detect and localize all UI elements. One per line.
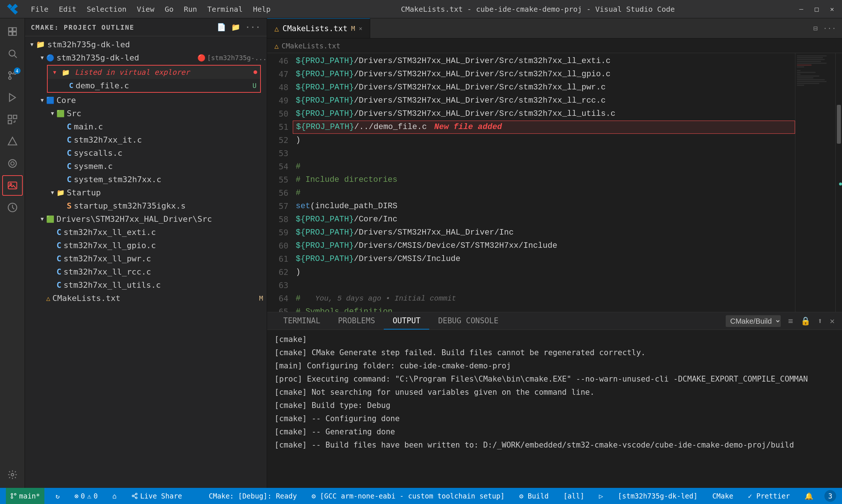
- tree-item-startup-s[interactable]: S startup_stm32h735igkx.s: [25, 199, 267, 212]
- c-icon: C: [57, 241, 61, 250]
- status-remote[interactable]: 3: [824, 490, 836, 502]
- image-activity-icon[interactable]: [2, 175, 23, 196]
- menu-go[interactable]: Go: [160, 3, 178, 15]
- panel-maximize-icon[interactable]: ⬆: [818, 316, 823, 325]
- tree-item-main-c[interactable]: C main.c: [25, 120, 267, 133]
- status-compiler[interactable]: ⚙ [GCC arm-none-eabi - custom toolchain …: [308, 488, 508, 504]
- tab-label: CMakeLists.txt: [283, 24, 347, 33]
- editor-lines[interactable]: ${PROJ_PATH}/Drivers/STM32H7xx_HAL_Drive…: [293, 53, 795, 312]
- tree-item-syscalls[interactable]: C syscalls.c: [25, 146, 267, 159]
- status-home[interactable]: ⌂: [109, 488, 120, 504]
- tree-label: main.c: [74, 122, 267, 131]
- svg-marker-15: [8, 137, 17, 145]
- tree-item-sysmem[interactable]: C sysmem.c: [25, 159, 267, 173]
- code-line-57: set(include_path_DIRS: [293, 200, 795, 213]
- tab-cmakelists[interactable]: △ CMakeLists.txt M ✕: [267, 18, 370, 38]
- git-activity-icon[interactable]: [2, 197, 23, 218]
- arrow-icon: ▼: [38, 216, 46, 222]
- cmake-activity-icon[interactable]: [2, 131, 23, 152]
- tab-output[interactable]: OUTPUT: [384, 312, 429, 330]
- tab-problems[interactable]: PROBLEMS: [329, 312, 384, 330]
- code-line-54: #: [293, 160, 795, 173]
- output-source-select[interactable]: CMake/Build: [726, 315, 781, 327]
- minimize-button[interactable]: —: [797, 5, 805, 13]
- tree-label: sysmem.c: [74, 162, 267, 171]
- new-folder-icon[interactable]: 📁: [231, 23, 241, 32]
- tab-close-icon[interactable]: ✕: [359, 25, 362, 32]
- status-branch[interactable]: main*: [6, 488, 44, 504]
- extensions-activity-icon[interactable]: [2, 109, 23, 130]
- run-debug-activity-icon[interactable]: [2, 87, 23, 108]
- menu-terminal[interactable]: Terminal: [203, 3, 247, 15]
- menu-help[interactable]: Help: [248, 3, 275, 15]
- menu-run[interactable]: Run: [179, 3, 201, 15]
- status-live-share[interactable]: Live Share: [128, 488, 186, 504]
- tree-item-demo-file[interactable]: C demo_file.c U: [48, 79, 260, 92]
- status-target[interactable]: [stm32h735g-dk-led]: [614, 488, 701, 504]
- tree-item-ll-pwr[interactable]: C stm32h7xx_ll_pwr.c: [25, 252, 267, 265]
- tree-item-core[interactable]: ▼ 🟦 Core: [25, 93, 267, 107]
- tree-item-ref[interactable]: ▼ 🔵 stm32h735g-dk-led 🔴 [stm32h735g-...: [25, 51, 267, 64]
- scrollbar[interactable]: [835, 53, 842, 312]
- close-button[interactable]: ✕: [828, 5, 836, 13]
- tab-debug-console[interactable]: DEBUG CONSOLE: [429, 312, 507, 330]
- scroll-thumb: [837, 105, 841, 144]
- live-share-label: Live Share: [140, 492, 182, 500]
- debug-activity-icon[interactable]: [2, 153, 23, 174]
- editor-area: △ CMakeLists.txt M ✕ ⊟ ··· △ CMakeLists.…: [267, 18, 842, 488]
- more-actions-icon[interactable]: ···: [245, 23, 261, 32]
- status-errors[interactable]: ⊗ 0 ⚠ 0: [71, 488, 102, 504]
- tree-item-startup[interactable]: ▼ 📁 Startup: [25, 186, 267, 199]
- maximize-button[interactable]: □: [813, 5, 821, 13]
- tree-item-ll-utils[interactable]: C stm32h7xx_ll_utils.c: [25, 278, 267, 291]
- drivers-icon: 🟩: [46, 215, 54, 223]
- tree-item-cmakelists[interactable]: △ CMakeLists.txt M: [25, 291, 267, 305]
- ref-extra: [stm32h735g-...: [207, 54, 267, 62]
- status-cmake-ready[interactable]: CMake: [Debug]: Ready: [205, 488, 300, 504]
- tree-item-ll-exti[interactable]: C stm32h7xx_ll_exti.c: [25, 225, 267, 239]
- branch-icon: [10, 493, 17, 499]
- status-sync[interactable]: ↻: [52, 488, 63, 504]
- c-icon: C: [57, 280, 61, 290]
- tree-label: stm32h735g-dk-led: [47, 40, 267, 49]
- code-line-62: ): [293, 266, 795, 279]
- code-editor[interactable]: 46 47 48 49 50 51 52 53 54 55 56 57 58 5…: [267, 53, 842, 312]
- tree-item-root[interactable]: ▼ 📁 stm32h735g-dk-led: [25, 38, 267, 51]
- status-notifications[interactable]: 🔔: [801, 488, 817, 504]
- tree-label: system_stm32h7xx.c: [74, 175, 267, 184]
- menu-selection[interactable]: Selection: [82, 3, 131, 15]
- tree-item-virtual-explorer[interactable]: ▼ 📁 Listed in virtual explorer: [48, 66, 260, 79]
- c-icon: C: [67, 148, 72, 158]
- status-prettier[interactable]: ✓ Prettier: [744, 488, 794, 504]
- search-activity-icon[interactable]: [2, 43, 23, 64]
- panel-list-icon[interactable]: ≡: [788, 316, 793, 325]
- svg-point-23: [11, 497, 13, 499]
- ref-tag: 🔴: [197, 54, 205, 62]
- editor-toolbar: ⊟ ···: [808, 24, 842, 33]
- folder-icon: 📁: [36, 40, 45, 49]
- split-editor-icon[interactable]: ⊟: [813, 24, 818, 33]
- tree-item-ll-rcc[interactable]: C stm32h7xx_ll_rcc.c: [25, 265, 267, 278]
- settings-activity-icon[interactable]: [2, 464, 23, 485]
- tree-item-drivers-hal[interactable]: ▼ 🟩 Drivers\STM32H7xx_HAL_Driver\Src: [25, 212, 267, 225]
- tree-item-system-stm32[interactable]: C system_stm32h7xx.c: [25, 173, 267, 186]
- status-cmake-label[interactable]: CMake: [708, 488, 737, 504]
- panel-close-icon[interactable]: ✕: [830, 316, 835, 325]
- menu-edit[interactable]: Edit: [54, 3, 81, 15]
- explorer-activity-icon[interactable]: [2, 21, 23, 42]
- menu-view[interactable]: View: [132, 3, 159, 15]
- new-file-icon[interactable]: 📄: [217, 23, 227, 32]
- tree-item-it-c[interactable]: C stm32h7xx_it.c: [25, 133, 267, 146]
- status-run[interactable]: ▷: [595, 488, 607, 504]
- menu-file[interactable]: File: [26, 3, 53, 15]
- virtual-label: Listed in virtual explorer: [75, 68, 190, 77]
- panel-lock-icon[interactable]: 🔒: [801, 316, 810, 325]
- more-actions-icon[interactable]: ···: [823, 24, 836, 33]
- tree-item-src[interactable]: ▼ 🟩 Src: [25, 107, 267, 120]
- src-icon: 🟩: [57, 110, 65, 117]
- source-control-activity-icon[interactable]: 4: [2, 65, 23, 86]
- status-build-all[interactable]: [all]: [559, 488, 588, 504]
- tab-terminal[interactable]: TERMINAL: [274, 312, 329, 330]
- status-build[interactable]: ⚙ Build: [515, 488, 552, 504]
- tree-item-ll-gpio[interactable]: C stm32h7xx_ll_gpio.c: [25, 239, 267, 252]
